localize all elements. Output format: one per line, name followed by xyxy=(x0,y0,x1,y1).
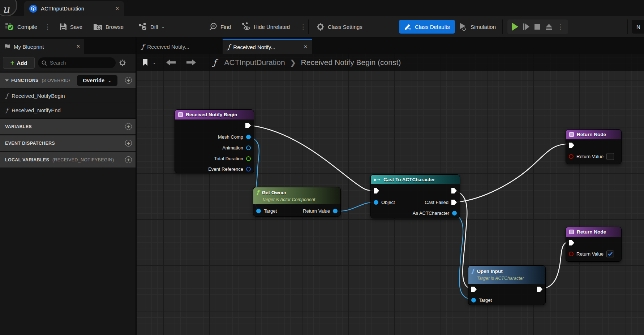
node-cast-to-actcharacter[interactable]: ▶⇢ Cast To ACTCharacter Object Cast Fail… xyxy=(370,174,460,218)
override-function-icon: ƒ xyxy=(6,92,8,99)
pin-event-reference[interactable]: Event Reference xyxy=(208,166,251,172)
eject-icon[interactable] xyxy=(546,24,552,30)
class-settings-icon xyxy=(316,22,325,31)
toolbar-separator xyxy=(170,19,170,34)
pin-return-value[interactable]: Return Value xyxy=(303,208,338,214)
panel-settings-gear-icon[interactable] xyxy=(119,59,126,67)
graph-options-button[interactable]: ⋮ xyxy=(298,16,308,38)
asset-tab-title: ACTInputDuration xyxy=(41,5,84,12)
browse-button[interactable]: Browse xyxy=(91,16,126,38)
toolbar-separator xyxy=(627,19,628,34)
override-dropdown[interactable]: Override ⌄ xyxy=(77,75,117,86)
back-arrow-icon[interactable] xyxy=(166,59,176,66)
play-icon[interactable] xyxy=(512,23,518,31)
event-node-icon xyxy=(178,112,183,117)
diff-button[interactable]: Diff ⌄ xyxy=(137,16,167,38)
diff-icon xyxy=(139,23,147,31)
exec-out-pin[interactable] xyxy=(451,188,457,193)
save-button[interactable]: Save xyxy=(57,16,85,38)
node-return-top[interactable]: Return Node Return Value xyxy=(566,129,622,164)
frame-skip-icon[interactable] xyxy=(523,23,529,30)
plus-icon: + xyxy=(10,59,14,67)
function-icon: ƒ xyxy=(257,189,259,196)
asset-tab-close-icon[interactable]: × xyxy=(116,5,119,12)
add-event-dispatcher-icon[interactable]: + xyxy=(125,140,132,147)
node-received-notify-begin[interactable]: Received Notify Begin Mesh Comp Animatio… xyxy=(175,109,254,173)
exec-in-pin[interactable] xyxy=(569,143,574,148)
unreal-logo-icon[interactable]: u xyxy=(0,0,17,17)
play-controls: ⋮ xyxy=(507,19,568,34)
breadcrumb-separator-icon: ❯ xyxy=(290,58,296,67)
pin-animation[interactable]: Animation xyxy=(222,145,251,151)
add-local-variable-icon[interactable]: + xyxy=(125,156,132,163)
pin-cast-failed[interactable]: Cast Failed xyxy=(425,200,457,205)
my-blueprint-tab[interactable]: My Blueprint × xyxy=(0,39,84,54)
blueprint-class-icon xyxy=(29,5,37,13)
add-button[interactable]: + Add xyxy=(3,57,35,69)
doc-tab-close-icon[interactable]: × xyxy=(304,44,307,50)
pin-mesh-comp[interactable]: Mesh Comp xyxy=(218,134,251,140)
toolbar-separator xyxy=(308,19,309,34)
node-header[interactable]: Return Node xyxy=(566,130,621,139)
functions-section-header[interactable]: FUNCTIONS (3 OVERRIDABLE) Override ⌄ + xyxy=(0,72,136,88)
search-icon xyxy=(42,60,47,66)
breadcrumb-current: Received Notify Begin (const) xyxy=(301,58,401,67)
return-value-checkbox[interactable] xyxy=(606,251,614,257)
return-value-checkbox[interactable] xyxy=(606,153,614,160)
hide-unrelated-icon xyxy=(241,22,251,31)
my-blueprint-close-icon[interactable]: × xyxy=(77,43,80,50)
cast-node-icon: ▶⇢ xyxy=(374,178,381,182)
breadcrumb-root[interactable]: ACTInputDuration xyxy=(224,58,285,67)
add-search-row: + Add xyxy=(0,54,136,71)
forward-arrow-icon[interactable] xyxy=(186,59,197,66)
simulation-button[interactable]: Simulation xyxy=(456,16,498,38)
bookmark-icon[interactable] xyxy=(142,59,148,66)
local-variables-section-header[interactable]: LOCAL VARIABLES (RECEIVED_NOTIFYBEGIN) + xyxy=(0,152,136,168)
doc-tab-received-notify-end[interactable]: ƒ Received Notify... xyxy=(137,39,222,54)
function-icon: ƒ xyxy=(472,268,474,274)
search-box[interactable] xyxy=(38,57,116,68)
exec-in-pin[interactable] xyxy=(374,188,379,193)
find-button[interactable]: Find xyxy=(207,16,233,38)
main-toolbar: Compile ⋮ Save Browse Diff ⌄ xyxy=(0,16,644,38)
node-header[interactable]: ƒ Open Input Target is ACTCharacter xyxy=(468,266,545,284)
bookmark-chevron-icon[interactable]: ⌄ xyxy=(153,60,156,65)
exec-in-pin[interactable] xyxy=(569,240,574,245)
doc-tab-received-notify-begin[interactable]: ƒ Received Notify... × xyxy=(223,39,312,54)
play-options-icon[interactable]: ⋮ xyxy=(557,23,563,31)
hide-unrelated-button[interactable]: Hide Unrelated xyxy=(239,16,292,38)
sidebar-item-received-notifyend[interactable]: ƒ Received_NotifyEnd xyxy=(0,103,136,117)
class-settings-button[interactable]: Class Settings xyxy=(314,16,365,38)
pin-target[interactable]: Target xyxy=(471,297,492,303)
node-open-input[interactable]: ƒ Open Input Target is ACTCharacter Targ… xyxy=(468,265,546,305)
exec-out-pin[interactable] xyxy=(537,287,542,292)
event-dispatchers-section-header[interactable]: EVENT DISPATCHERS + xyxy=(0,135,136,151)
browse-icon xyxy=(93,23,103,31)
node-header[interactable]: ƒ Get Owner Target is Actor Component xyxy=(253,187,340,204)
pin-return-value[interactable]: Return Value xyxy=(569,251,614,257)
class-defaults-button[interactable]: Class Defaults xyxy=(399,20,455,34)
node-get-owner[interactable]: ƒ Get Owner Target is Actor Component Ta… xyxy=(253,187,341,217)
stop-icon[interactable] xyxy=(534,24,540,30)
node-header[interactable]: Received Notify Begin xyxy=(175,110,254,119)
pin-object[interactable]: Object xyxy=(374,200,395,205)
exec-in-pin[interactable] xyxy=(471,287,477,292)
compile-button[interactable]: Compile xyxy=(3,16,39,38)
node-header[interactable]: ▶⇢ Cast To ACTCharacter xyxy=(371,175,460,184)
pin-target[interactable]: Target xyxy=(256,208,277,214)
variables-section-header[interactable]: VARIABLES + xyxy=(0,118,136,134)
node-header[interactable]: Return Node xyxy=(566,227,621,237)
sidebar-item-received-notifybegin[interactable]: ƒ Received_NotifyBegin xyxy=(0,89,136,103)
compile-options-button[interactable]: ⋮ xyxy=(42,16,53,38)
node-return-bottom[interactable]: Return Node Return Value xyxy=(566,227,622,262)
exec-out-pin[interactable] xyxy=(245,123,251,128)
pin-total-duration[interactable]: Total Duration xyxy=(214,156,251,161)
debug-object-dropdown[interactable]: N xyxy=(632,20,644,34)
add-variable-icon[interactable]: + xyxy=(125,123,132,130)
add-function-icon[interactable]: + xyxy=(125,77,132,84)
my-blueprint-panel: + Add FUNCTIONS (3 OVERRIDABLE) Override… xyxy=(0,54,136,335)
pin-as-actcharacter[interactable]: As ACTCharacter xyxy=(413,210,457,216)
pin-return-value[interactable]: Return Value xyxy=(569,153,614,160)
search-input[interactable] xyxy=(50,60,104,66)
asset-tab[interactable]: ACTInputDuration × xyxy=(24,1,124,16)
